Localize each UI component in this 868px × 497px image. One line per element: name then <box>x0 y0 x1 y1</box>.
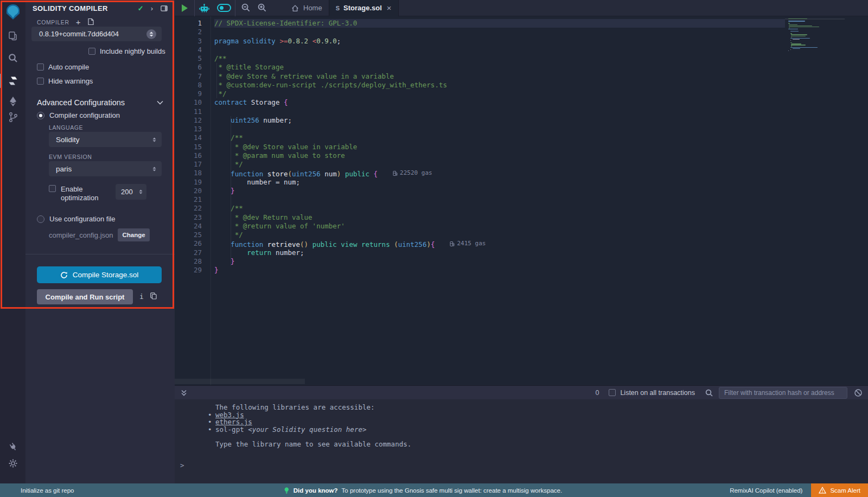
sidebar-item-settings[interactable] <box>0 457 25 470</box>
line-number[interactable]: 21 <box>175 195 202 204</box>
transaction-filter-input[interactable] <box>719 387 847 399</box>
compiler-version-select[interactable]: 0.8.19+commit.7dd6d404 <box>31 27 162 41</box>
line-number[interactable]: 3 <box>175 37 202 46</box>
line-number[interactable]: 10 <box>175 98 202 107</box>
code-line[interactable]: 18 function store(uint256 num) public {2… <box>175 169 785 177</box>
sidebar-item-deploy-run[interactable] <box>0 95 25 107</box>
code-line[interactable]: 4 <box>175 46 785 54</box>
line-number[interactable]: 8 <box>175 81 202 90</box>
listen-all-transactions-checkbox[interactable] <box>609 389 616 396</box>
auto-compile-checkbox[interactable] <box>37 63 44 71</box>
init-git-repo-item[interactable]: Initialize as git repo <box>21 487 74 494</box>
line-number[interactable]: 12 <box>175 116 202 125</box>
include-nightly-checkbox[interactable] <box>88 48 95 55</box>
code-editor[interactable]: 1// SPDX-License-Identifier: GPL-3.023pr… <box>175 16 868 385</box>
terminal-prompt[interactable]: > <box>180 461 184 469</box>
code-line[interactable]: 20 } <box>175 187 785 195</box>
sidebar-item-file-explorer[interactable] <box>0 30 25 42</box>
optimization-runs-input[interactable]: 200 <box>116 184 146 200</box>
line-number[interactable]: 18 <box>175 169 202 177</box>
copy-icon[interactable] <box>150 292 157 300</box>
code-line[interactable]: 27 return number; <box>175 248 785 257</box>
code-line[interactable]: 22 /** <box>175 204 785 213</box>
line-number[interactable]: 6 <box>175 63 202 72</box>
code-line[interactable]: 11 <box>175 107 785 116</box>
code-line[interactable]: 1// SPDX-License-Identifier: GPL-3.0 <box>175 19 785 28</box>
line-number[interactable]: 14 <box>175 133 202 142</box>
code-line[interactable]: 5/** <box>175 54 785 63</box>
line-number[interactable]: 4 <box>175 46 202 54</box>
evm-version-select[interactable]: paris <box>49 161 162 176</box>
compile-and-run-button[interactable]: Compile and Run script <box>37 289 133 304</box>
code-line[interactable]: 23 * @dev Return value <box>175 213 785 222</box>
zoom-in-button[interactable] <box>254 3 270 13</box>
line-number[interactable]: 29 <box>175 266 202 275</box>
code-line[interactable]: 26 function retrieve() public view retur… <box>175 239 785 248</box>
code-line[interactable]: 13 <box>175 125 785 133</box>
code-line[interactable]: 6 * @title Storage <box>175 63 785 72</box>
code-line[interactable]: 29} <box>175 266 785 275</box>
line-number[interactable]: 13 <box>175 125 202 133</box>
language-select[interactable]: Solidity <box>49 132 162 147</box>
code-line[interactable]: 8 * @custom:dev-run-script ./scripts/dep… <box>175 81 785 90</box>
code-line[interactable]: 21 <box>175 195 785 204</box>
code-line[interactable]: 17 */ <box>175 160 785 169</box>
line-number[interactable]: 5 <box>175 54 202 63</box>
enable-optimization-checkbox[interactable] <box>49 185 56 192</box>
ai-copilot-button[interactable] <box>195 3 213 14</box>
pin-panel-icon[interactable] <box>160 4 168 12</box>
sidebar-item-plugin-manager[interactable] <box>0 441 25 454</box>
compile-button[interactable]: Compile Storage.sol <box>37 266 162 283</box>
close-tab-icon[interactable]: × <box>387 3 392 12</box>
code-line[interactable]: 28 } <box>175 257 785 266</box>
line-number[interactable]: 27 <box>175 248 202 257</box>
line-number[interactable]: 11 <box>175 107 202 116</box>
line-number[interactable]: 2 <box>175 28 202 36</box>
line-number[interactable]: 16 <box>175 151 202 160</box>
code-line[interactable]: 24 * @return value of 'number' <box>175 222 785 231</box>
hide-warnings-checkbox[interactable] <box>37 78 44 85</box>
compiler-configuration-radio[interactable] <box>37 112 44 119</box>
code-line[interactable]: 2 <box>175 28 785 36</box>
code-line[interactable]: 3pragma solidity >=0.8.2 <0.9.0; <box>175 37 785 46</box>
clear-terminal-button[interactable] <box>854 388 863 397</box>
line-number[interactable]: 1 <box>175 19 202 28</box>
line-number[interactable]: 22 <box>175 204 202 213</box>
line-number[interactable]: 25 <box>175 231 202 239</box>
code-line[interactable]: 10contract Storage { <box>175 98 785 107</box>
line-number[interactable]: 28 <box>175 257 202 266</box>
tab-home[interactable]: Home <box>284 0 329 16</box>
line-number[interactable]: 9 <box>175 90 202 98</box>
code-line[interactable]: 15 * @dev Store value in variable <box>175 143 785 151</box>
scam-alert-badge[interactable]: Scam Alert <box>811 483 868 497</box>
line-number[interactable]: 20 <box>175 187 202 195</box>
add-custom-compiler-icon[interactable]: + <box>76 20 81 25</box>
code-line[interactable]: 19 number = num; <box>175 178 785 187</box>
change-config-button[interactable]: Change <box>118 228 150 241</box>
collapse-terminal-icon[interactable] <box>180 389 188 397</box>
code-line[interactable]: 7 * @dev Store & retrieve value in a var… <box>175 72 785 81</box>
line-number[interactable]: 24 <box>175 222 202 231</box>
sidebar-item-solidity-compiler[interactable] <box>0 74 25 87</box>
terminal[interactable]: The following libraries are accessible:•… <box>175 399 868 483</box>
copilot-toggle[interactable] <box>213 4 235 12</box>
line-number[interactable]: 19 <box>175 178 202 187</box>
use-configuration-file-radio[interactable] <box>37 215 44 223</box>
stepper-arrows-icon[interactable] <box>139 189 143 194</box>
line-number[interactable]: 26 <box>175 239 202 248</box>
code-line[interactable]: 25 */ <box>175 231 785 239</box>
zoom-out-button[interactable] <box>238 3 254 13</box>
remix-logo[interactable] <box>0 3 25 21</box>
code-line[interactable]: 9 */ <box>175 90 785 98</box>
code-line[interactable]: 12 uint256 number; <box>175 116 785 125</box>
copilot-status-item[interactable]: RemixAI Copilot (enabled) <box>730 487 802 494</box>
run-script-button[interactable] <box>175 4 194 12</box>
terminal-search-button[interactable] <box>705 388 713 397</box>
line-number[interactable]: 23 <box>175 213 202 222</box>
line-number[interactable]: 17 <box>175 160 202 169</box>
sidebar-item-git[interactable] <box>0 111 25 124</box>
line-number[interactable]: 15 <box>175 143 202 151</box>
code-line[interactable]: 14 /** <box>175 133 785 142</box>
code-line[interactable]: 16 * @param num value to store <box>175 151 785 160</box>
line-number[interactable]: 7 <box>175 72 202 81</box>
